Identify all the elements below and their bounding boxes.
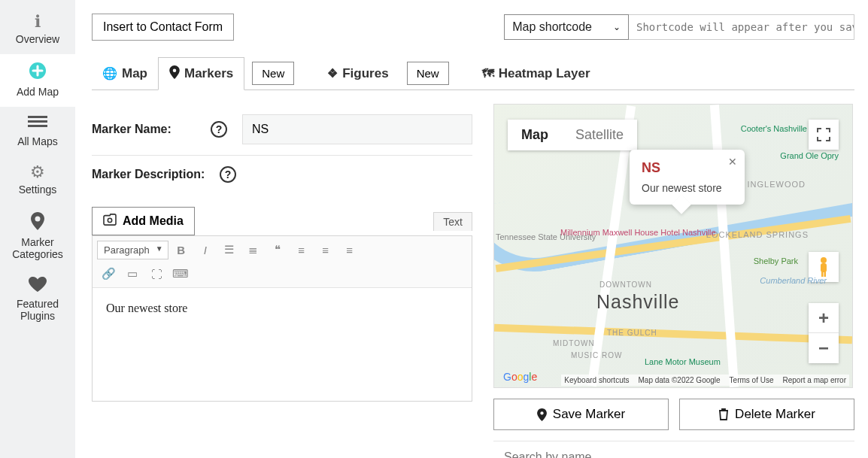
- sidebar-item-label: Marker Categories: [12, 236, 63, 260]
- figures-icon: ❖: [327, 66, 338, 80]
- poi-label: Shelby Park: [754, 256, 798, 265]
- help-icon[interactable]: ?: [211, 121, 227, 138]
- heart-icon: [3, 277, 72, 295]
- insert-contact-form-button[interactable]: Insert to Contact Form: [92, 14, 234, 41]
- map-type-control: Map Satellite: [508, 120, 637, 150]
- editor-text-tab[interactable]: Text: [433, 212, 472, 231]
- close-icon[interactable]: ✕: [728, 156, 737, 168]
- format-select[interactable]: Paragraph ▼: [97, 241, 168, 259]
- map-data-label: Map data ©2022 Google: [638, 376, 720, 384]
- marker-description-label: Marker Description:: [92, 168, 220, 181]
- map-panel: Map Satellite + − ✕ NS: [493, 104, 854, 458]
- pegman-icon[interactable]: [809, 252, 839, 282]
- svg-point-4: [35, 217, 41, 222]
- report-error-link[interactable]: Report a map error: [783, 376, 846, 384]
- info-window-title: NS: [642, 160, 722, 176]
- map-credits: Keyboard shortcuts Map data ©2022 Google…: [561, 375, 849, 386]
- marker-name-label: Marker Name:: [92, 123, 211, 136]
- svg-point-6: [108, 218, 111, 222]
- shortcode-output: Shortcode will appear after you save m: [629, 14, 854, 40]
- shortcode-select[interactable]: Map shortcode ⌄: [504, 14, 629, 40]
- map-icon: 🗺: [482, 67, 494, 80]
- new-marker-button[interactable]: New: [252, 62, 294, 85]
- tabs: 🌐 Map Markers New ❖ Figures New 🗺 Heatma…: [92, 57, 854, 90]
- add-media-button[interactable]: Add Media: [92, 207, 195, 235]
- svg-rect-1: [28, 116, 47, 118]
- keyboard-button[interactable]: ⌨: [169, 263, 192, 284]
- pin-icon: [537, 408, 547, 421]
- delete-marker-button[interactable]: Delete Marker: [679, 399, 854, 430]
- pin-icon: [3, 212, 72, 233]
- bold-button[interactable]: B: [170, 239, 193, 260]
- sidebar-item-overview[interactable]: ℹ Overview: [0, 6, 75, 54]
- zoom-in-button[interactable]: +: [809, 303, 839, 333]
- align-center-button[interactable]: ≡: [314, 239, 337, 260]
- editor-content[interactable]: Our newest store: [93, 288, 472, 401]
- sidebar: ℹ Overview Add Map All Maps ⚙ Settings M…: [0, 0, 75, 458]
- align-left-button[interactable]: ≡: [290, 239, 313, 260]
- pin-icon: [169, 65, 180, 82]
- svg-point-7: [821, 257, 827, 263]
- sidebar-item-label: Overview: [16, 33, 59, 45]
- poi-label: Lane Motor Museum: [645, 357, 721, 366]
- zoom-out-button[interactable]: −: [809, 333, 839, 363]
- svg-rect-9: [821, 271, 824, 277]
- chevron-down-icon: ⌄: [613, 22, 621, 32]
- poi-label: MIDTOWN: [553, 339, 595, 347]
- sidebar-item-add-map[interactable]: Add Map: [0, 54, 75, 107]
- info-icon: ℹ: [3, 14, 72, 30]
- keyboard-shortcuts-link[interactable]: Keyboard shortcuts: [564, 376, 629, 384]
- sidebar-item-label: All Maps: [17, 135, 58, 147]
- svg-point-11: [540, 411, 543, 414]
- sidebar-item-all-maps[interactable]: All Maps: [0, 107, 75, 156]
- tab-map[interactable]: 🌐 Map: [92, 59, 158, 89]
- poi-label: Cooter's Nashville: [741, 124, 807, 133]
- svg-point-5: [173, 69, 177, 73]
- sidebar-item-label: Featured Plugins: [17, 298, 59, 322]
- zoom-control: + −: [809, 303, 839, 363]
- sidebar-item-marker-categories[interactable]: Marker Categories: [0, 205, 75, 269]
- map-center-label: Nashville: [596, 291, 679, 313]
- help-icon[interactable]: ?: [220, 166, 236, 183]
- bullet-list-button[interactable]: ☰: [218, 239, 241, 260]
- map-type-satellite[interactable]: Satellite: [562, 120, 637, 150]
- sidebar-item-featured-plugins[interactable]: Featured Plugins: [0, 269, 75, 331]
- sidebar-item-label: Settings: [19, 184, 57, 196]
- save-marker-button[interactable]: Save Marker: [493, 399, 669, 430]
- link-button[interactable]: 🔗: [97, 263, 120, 284]
- search-input[interactable]: [493, 441, 854, 458]
- main: Insert to Contact Form Map shortcode ⌄ S…: [75, 0, 868, 458]
- shortcode-select-label: Map shortcode: [512, 20, 592, 34]
- media-icon: [103, 214, 117, 229]
- marker-form: Marker Name: ? Marker Description: ?: [92, 104, 472, 458]
- terms-link[interactable]: Terms of Use: [730, 376, 774, 384]
- italic-button[interactable]: I: [194, 239, 217, 260]
- sidebar-item-label: Add Map: [17, 86, 59, 98]
- align-right-button[interactable]: ≡: [338, 239, 361, 260]
- svg-rect-8: [821, 263, 827, 272]
- quote-button[interactable]: ❝: [266, 239, 289, 260]
- fullscreen-icon[interactable]: [809, 120, 839, 150]
- sidebar-item-settings[interactable]: ⚙ Settings: [0, 156, 75, 205]
- svg-rect-3: [28, 125, 47, 127]
- plus-circle-icon: [3, 62, 72, 83]
- new-figure-button[interactable]: New: [407, 62, 449, 85]
- info-window: ✕ NS Our newest store: [630, 150, 745, 205]
- gear-icon: ⚙: [3, 164, 72, 180]
- list-icon: [3, 114, 72, 132]
- map-canvas[interactable]: Map Satellite + − ✕ NS: [493, 104, 853, 388]
- info-window-sub: Our newest store: [642, 182, 722, 194]
- tab-figures[interactable]: ❖ Figures: [317, 59, 399, 89]
- tab-markers[interactable]: Markers: [158, 57, 244, 90]
- map-type-map[interactable]: Map: [508, 120, 562, 150]
- editor: Add Media Text Paragraph ▼ B I ☰ ≣ ❝ ≡: [92, 207, 472, 402]
- trash-icon: [718, 408, 729, 420]
- editor-toolbar: Paragraph ▼ B I ☰ ≣ ❝ ≡ ≡ ≡ 🔗 ▭: [93, 236, 472, 288]
- numbered-list-button[interactable]: ≣: [242, 239, 265, 260]
- insert-button[interactable]: ▭: [121, 263, 144, 284]
- fullscreen-button[interactable]: ⛶: [145, 263, 168, 284]
- google-logo: Google: [503, 371, 537, 383]
- marker-name-input[interactable]: [242, 114, 472, 144]
- tab-heatmap[interactable]: 🗺 Heatmap Layer: [472, 59, 601, 89]
- globe-icon: 🌐: [102, 66, 117, 80]
